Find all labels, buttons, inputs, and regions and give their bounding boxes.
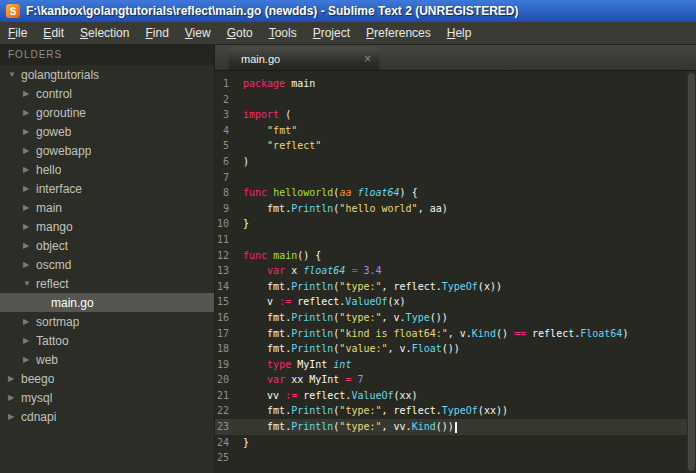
code-line-7[interactable]: 7: [215, 170, 696, 186]
code-text: fmt.Println("kind is float64:", v.Kind()…: [243, 326, 628, 342]
code-line-8[interactable]: 8func helloworld(aa float64) {: [215, 185, 696, 201]
code-text: func helloworld(aa float64) {: [243, 185, 418, 201]
code-text: fmt.Println("value:", v.Float()): [243, 341, 460, 357]
tree-folder-mango[interactable]: ▶mango: [0, 217, 214, 236]
line-number: 4: [215, 123, 243, 139]
tab-main-go[interactable]: main.go ×: [229, 47, 379, 70]
triangle-collapsed-icon: ▶: [23, 317, 36, 326]
tree-item-label: mysql: [21, 391, 52, 405]
code-text: func main() {: [243, 248, 321, 264]
line-number: 11: [215, 232, 243, 248]
tree-item-label: main.go: [51, 296, 94, 310]
tree-folder-golangtutorials[interactable]: ▼golangtutorials: [0, 65, 214, 84]
close-icon[interactable]: ×: [364, 52, 371, 66]
code-text: fmt.Println("type:", v.Type()): [243, 310, 448, 326]
menu-item-selection[interactable]: Selection: [72, 24, 137, 42]
tree-folder-reflect[interactable]: ▼reflect: [0, 274, 214, 293]
tree-folder-control[interactable]: ▶control: [0, 84, 214, 103]
line-number: 25: [215, 450, 243, 466]
code-line-18[interactable]: 18 fmt.Println("value:", v.Float()): [215, 341, 696, 357]
triangle-collapsed-icon: ▶: [23, 146, 36, 155]
tree-file-main-go[interactable]: main.go: [0, 293, 214, 312]
menu-item-view[interactable]: View: [177, 24, 219, 42]
title-bar[interactable]: S F:\kanbox\golangtutorials\reflect\main…: [0, 0, 696, 22]
code-line-13[interactable]: 13 var x float64 = 3.4: [215, 263, 696, 279]
menu-item-project[interactable]: Project: [305, 24, 358, 42]
vertical-scrollbar[interactable]: [687, 71, 696, 473]
tree-folder-object[interactable]: ▶object: [0, 236, 214, 255]
tree-folder-oscmd[interactable]: ▶oscmd: [0, 255, 214, 274]
line-number: 1: [215, 76, 243, 92]
line-number: 9: [215, 201, 243, 217]
code-area[interactable]: 1package main23import (4 "fmt"5 "reflect…: [215, 71, 696, 473]
tree-item-label: interface: [36, 182, 82, 196]
tree-folder-cdnapi[interactable]: ▶cdnapi: [0, 407, 214, 426]
triangle-collapsed-icon: ▶: [23, 203, 36, 212]
menu-item-edit[interactable]: Edit: [35, 24, 72, 42]
code-line-19[interactable]: 19 type MyInt int: [215, 357, 696, 373]
triangle-collapsed-icon: ▶: [23, 89, 36, 98]
tree-folder-gowebapp[interactable]: ▶gowebapp: [0, 141, 214, 160]
menu-item-goto[interactable]: Goto: [219, 24, 261, 42]
code-text: import (: [243, 107, 291, 123]
code-line-16[interactable]: 16 fmt.Println("type:", v.Type()): [215, 310, 696, 326]
code-text: }: [243, 435, 249, 451]
code-line-15[interactable]: 15 v := reflect.ValueOf(x): [215, 294, 696, 310]
code-line-24[interactable]: 24}: [215, 435, 696, 451]
code-line-20[interactable]: 20 var xx MyInt = 7: [215, 372, 696, 388]
tree-folder-main[interactable]: ▶main: [0, 198, 214, 217]
code-line-21[interactable]: 21 vv := reflect.ValueOf(xx): [215, 388, 696, 404]
tree-folder-mysql[interactable]: ▶mysql: [0, 388, 214, 407]
main-area: FOLDERS ▼golangtutorials▶control▶gorouti…: [0, 45, 696, 473]
scrollbar-thumb[interactable]: [688, 73, 695, 471]
code-line-14[interactable]: 14 fmt.Println("type:", reflect.TypeOf(x…: [215, 279, 696, 295]
menu-item-find[interactable]: Find: [137, 24, 176, 42]
code-line-10[interactable]: 10}: [215, 216, 696, 232]
tab-label: main.go: [241, 53, 280, 65]
code-line-17[interactable]: 17 fmt.Println("kind is float64:", v.Kin…: [215, 326, 696, 342]
triangle-expanded-icon: ▼: [23, 279, 36, 288]
line-number: 2: [215, 92, 243, 108]
tree-folder-sortmap[interactable]: ▶sortmap: [0, 312, 214, 331]
code-line-1[interactable]: 1package main: [215, 76, 696, 92]
triangle-expanded-icon: ▼: [8, 70, 21, 79]
line-number: 19: [215, 357, 243, 373]
triangle-collapsed-icon: ▶: [23, 165, 36, 174]
triangle-collapsed-icon: ▶: [23, 108, 36, 117]
menu-item-file[interactable]: File: [0, 24, 35, 42]
triangle-collapsed-icon: ▶: [8, 393, 21, 402]
code-text: fmt.Println("hello world", aa): [243, 201, 448, 217]
code-line-6[interactable]: 6): [215, 154, 696, 170]
tree-folder-hello[interactable]: ▶hello: [0, 160, 214, 179]
line-number: 22: [215, 403, 243, 419]
code-line-4[interactable]: 4 "fmt": [215, 123, 696, 139]
code-line-23[interactable]: 23 fmt.Println("type:", vv.Kind()): [215, 419, 696, 435]
menu-item-tools[interactable]: Tools: [261, 24, 305, 42]
line-number: 7: [215, 170, 243, 186]
tree-folder-goroutine[interactable]: ▶goroutine: [0, 103, 214, 122]
sublime-text-icon[interactable]: S: [6, 4, 20, 18]
code-line-12[interactable]: 12func main() {: [215, 248, 696, 264]
code-line-2[interactable]: 2: [215, 92, 696, 108]
tree-folder-goweb[interactable]: ▶goweb: [0, 122, 214, 141]
code-text: vv := reflect.ValueOf(xx): [243, 388, 418, 404]
code-text: fmt.Println("type:", vv.Kind()): [243, 419, 457, 435]
tree-folder-web[interactable]: ▶web: [0, 350, 214, 369]
menu-item-help[interactable]: Help: [439, 24, 480, 42]
tree-item-label: goweb: [36, 125, 71, 139]
menu-item-preferences[interactable]: Preferences: [358, 24, 439, 42]
tree-item-label: cdnapi: [21, 410, 56, 424]
code-line-5[interactable]: 5 "reflect": [215, 138, 696, 154]
code-line-11[interactable]: 11: [215, 232, 696, 248]
code-line-9[interactable]: 9 fmt.Println("hello world", aa): [215, 201, 696, 217]
tree-folder-tattoo[interactable]: ▶Tattoo: [0, 331, 214, 350]
code-line-25[interactable]: 25: [215, 450, 696, 466]
code-text: v := reflect.ValueOf(x): [243, 294, 406, 310]
code-line-22[interactable]: 22 fmt.Println("type:", reflect.TypeOf(x…: [215, 403, 696, 419]
line-number: 14: [215, 279, 243, 295]
editor-panel: main.go × 1package main23import (4 "fmt"…: [215, 45, 696, 473]
tab-bar: main.go ×: [215, 45, 696, 71]
code-line-3[interactable]: 3import (: [215, 107, 696, 123]
tree-folder-interface[interactable]: ▶interface: [0, 179, 214, 198]
tree-folder-beego[interactable]: ▶beego: [0, 369, 214, 388]
